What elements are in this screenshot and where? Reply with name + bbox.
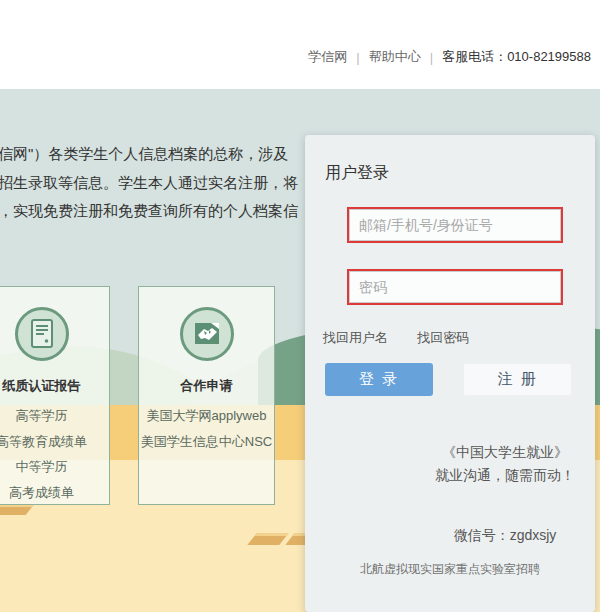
- intro-paragraph: 信网"）各类学生个人信息档案的总称，涉及 招生录取等信息。学生本人通过实名注册，…: [0, 140, 320, 226]
- recovery-links: 找回用户名 找回密码: [323, 329, 469, 347]
- separator: |: [430, 50, 433, 65]
- intro-line: 信网"）各类学生个人信息档案的总称，涉及: [0, 140, 320, 169]
- account-input[interactable]: [349, 209, 561, 241]
- intro-line: ，实现免费注册和免费查询所有的个人档案信: [0, 197, 320, 226]
- account-field-wrapper: [347, 207, 563, 243]
- card-link-higher-education[interactable]: 高等学历: [0, 403, 109, 429]
- password-input[interactable]: [349, 271, 561, 303]
- top-header: 学信网 | 帮助中心 | 客服电话：010-82199588: [0, 0, 600, 89]
- cooperation-card: 合作申请 美国大学网applyweb 美国学生信息中心NSC: [138, 286, 275, 505]
- separator: |: [356, 50, 359, 65]
- header-links: 学信网 | 帮助中心 | 客服电话：010-82199588: [308, 48, 591, 66]
- card-link-gaokao-transcript[interactable]: 高考成绩单: [0, 480, 109, 506]
- promo-slogan: 就业沟通，随需而动！: [405, 464, 600, 487]
- report-icon: [15, 307, 69, 361]
- promo-block: 《中国大学生就业》 就业沟通，随需而动！: [405, 441, 600, 487]
- paper-report-card: 纸质认证报告 高等学历 高等教育成绩单 中等学历 高考成绩单: [0, 286, 110, 505]
- news-link[interactable]: 北航虚拟现实国家重点实验室招聘: [325, 561, 575, 578]
- card-item-list: 美国大学网applyweb 美国学生信息中心NSC: [139, 403, 274, 454]
- promo-title: 《中国大学生就业》: [405, 441, 600, 464]
- card-link-nsc[interactable]: 美国学生信息中心NSC: [139, 429, 274, 455]
- password-field-wrapper: [347, 269, 563, 305]
- find-password-link[interactable]: 找回密码: [417, 330, 469, 345]
- site-home-link[interactable]: 学信网: [308, 48, 347, 66]
- intro-line: 招生录取等信息。学生本人通过实名注册，将: [0, 169, 320, 198]
- card-link-higher-transcript[interactable]: 高等教育成绩单: [0, 429, 109, 455]
- login-title: 用户登录: [325, 163, 389, 184]
- card-link-secondary-education[interactable]: 中等学历: [0, 454, 109, 480]
- handshake-icon: [180, 307, 234, 361]
- card-item-list: 高等学历 高等教育成绩单 中等学历 高考成绩单: [0, 403, 109, 505]
- find-username-link[interactable]: 找回用户名: [323, 330, 388, 345]
- card-title: 合作申请: [139, 377, 274, 395]
- card-link-applyweb[interactable]: 美国大学网applyweb: [139, 403, 274, 429]
- service-phone: 客服电话：010-82199588: [442, 48, 591, 66]
- help-center-link[interactable]: 帮助中心: [369, 48, 421, 66]
- login-panel: 用户登录 找回用户名 找回密码 登 录 注 册 《中国大学生就业》 就业沟通，随…: [305, 135, 595, 612]
- wechat-id: 微信号：zgdxsjy: [405, 527, 600, 545]
- login-button[interactable]: 登 录: [325, 363, 433, 396]
- register-button[interactable]: 注 册: [463, 363, 572, 396]
- card-title: 纸质认证报告: [0, 377, 109, 395]
